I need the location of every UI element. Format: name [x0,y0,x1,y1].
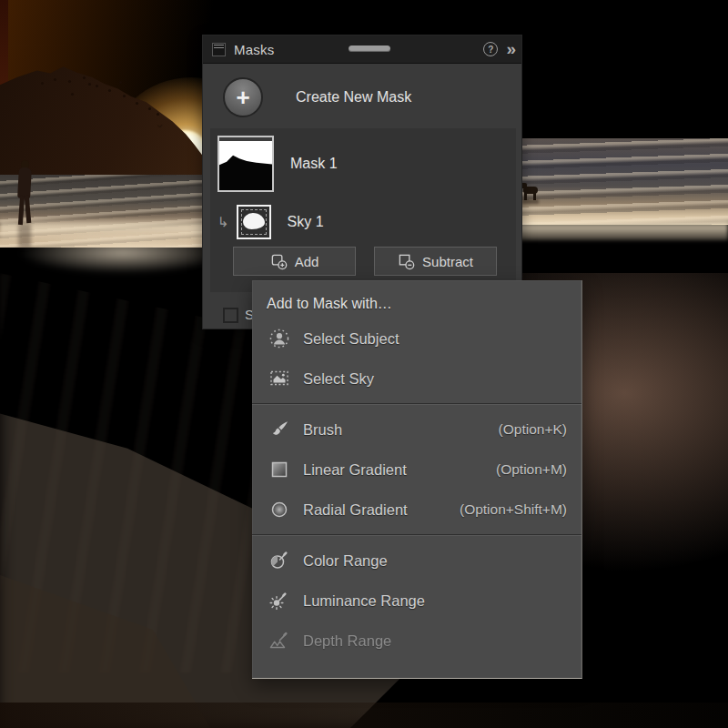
menu-item-color-range[interactable]: Color Range [267,541,567,581]
mask-thumbnail[interactable] [217,136,274,192]
plus-icon[interactable]: + [223,77,263,117]
select-sky-icon [267,368,292,389]
dog-silhouette [521,181,542,203]
nested-arrow-icon: ↳ [217,214,229,230]
luminance-range-icon [267,590,292,612]
sky-component-thumbnail[interactable] [237,205,271,239]
create-new-mask-label: Create New Mask [296,89,411,106]
menu-item-label: Color Range [303,552,388,570]
menu-item-label: Brush [303,421,342,439]
create-new-mask-button[interactable]: + Create New Mask [223,77,411,117]
add-button-label: Add [295,254,319,269]
menu-item-brush[interactable]: Brush (Option+K) [267,410,567,450]
menu-item-depth-range: Depth Range [267,621,567,661]
linear-gradient-icon [267,459,292,480]
menu-item-label: Select Sky [303,370,374,388]
menu-item-label: Radial Gradient [303,501,408,519]
screenshot-stage: ⌄ Masks ? » + Create New Mask [0,0,728,728]
add-to-mask-menu: Add to Mask with… Select Subject S [252,280,582,679]
drag-handle[interactable] [349,46,390,52]
add-button[interactable]: Add [233,247,356,276]
menu-item-select-sky[interactable]: Select Sky [267,359,567,399]
subtract-shape-icon [398,253,415,270]
select-subject-icon [267,328,292,349]
add-shape-icon [270,253,288,270]
collapse-chevrons-icon[interactable]: » [506,42,514,56]
foam-arc [18,232,228,274]
subtract-button[interactable]: Subtract [374,247,497,276]
menu-item-label: Select Subject [303,330,399,348]
menu-item-shortcut: (Option+Shift+M) [460,501,567,518]
perched-birds [41,82,44,85]
menu-item-luminance-range[interactable]: Luminance Range [267,581,567,621]
panel-title: Masks [234,42,274,57]
bottom-shadow [0,703,728,728]
menu-item-select-subject[interactable]: Select Subject [267,318,567,359]
brush-icon [267,419,292,440]
ocean-waves-right [514,138,728,225]
menu-item-shortcut: (Option+M) [496,461,567,478]
masks-panel-header[interactable]: Masks ? » [203,35,521,64]
depth-range-icon [267,630,292,652]
menu-item-linear-gradient[interactable]: Linear Gradient (Option+M) [267,450,567,490]
menu-item-label: Depth Range [303,632,391,650]
help-icon[interactable]: ? [483,42,498,56]
person-silhouette [13,160,36,237]
mask-list: Mask 1 ↳ Sky 1 [210,128,516,292]
mask-name: Mask 1 [290,156,338,172]
menu-item-radial-gradient[interactable]: Radial Gradient (Option+Shift+M) [267,490,567,530]
menu-item-label: Linear Gradient [303,461,407,479]
component-name: Sky 1 [288,214,324,230]
menu-separator [252,403,581,405]
menu-item-label: Luminance Range [303,592,425,610]
mask-component-row[interactable]: ↳ Sky 1 [216,205,324,239]
color-range-icon [267,550,292,571]
menu-title: Add to Mask with… [267,289,567,318]
show-overlay-checkbox[interactable] [223,308,238,323]
subtract-button-label: Subtract [422,254,473,269]
menu-separator [252,534,581,536]
menu-item-shortcut: (Option+K) [499,421,567,438]
panel-icon [212,43,226,56]
mask-row[interactable]: Mask 1 [217,136,338,192]
radial-gradient-icon [267,499,292,521]
